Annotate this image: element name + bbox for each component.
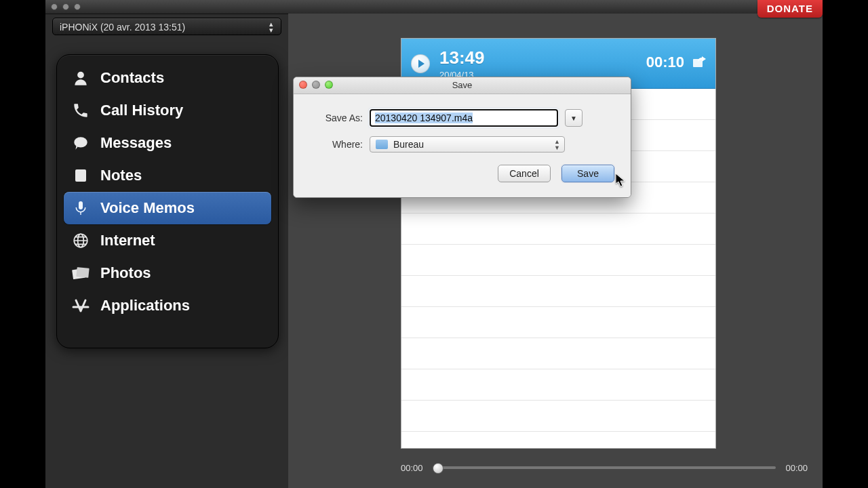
sidebar-item-notes[interactable]: Notes xyxy=(64,159,271,192)
zoom-icon[interactable] xyxy=(325,81,333,89)
where-row: Where: Bureau ▲▼ xyxy=(310,136,614,152)
where-value: Bureau xyxy=(393,139,424,150)
list-item xyxy=(401,214,715,245)
playback-track[interactable] xyxy=(433,466,776,469)
cancel-button[interactable]: Cancel xyxy=(498,165,551,182)
filename-input[interactable] xyxy=(370,109,558,127)
sidebar-item-label: Photos xyxy=(100,264,151,282)
apps-icon xyxy=(71,296,91,316)
playback-elapsed: 00:00 xyxy=(401,463,423,473)
sidebar-item-call-history[interactable]: Call History xyxy=(64,94,271,127)
playback-bar: 00:00 00:00 xyxy=(401,457,808,479)
playback-thumb[interactable] xyxy=(433,463,443,474)
sidebar-item-label: Contacts xyxy=(100,69,164,87)
memo-title: 13:49 xyxy=(439,47,485,68)
sidebar-item-contacts[interactable]: Contacts xyxy=(64,62,271,94)
device-dropdown[interactable]: iPHONiX (20 avr. 2013 13:51) ▴▾ xyxy=(52,18,281,35)
chevron-updown-icon: ▴▾ xyxy=(266,21,277,33)
dialog-traffic-lights[interactable] xyxy=(299,81,333,89)
dialog-body: Save As: ▼ Where: Bureau ▲▼ Cancel Save xyxy=(294,94,631,197)
save-label: Save xyxy=(577,168,599,179)
save-button[interactable]: Save xyxy=(561,165,614,182)
expand-button[interactable]: ▼ xyxy=(565,109,583,127)
save-dialog: Save Save As: ▼ Where: Bureau ▲▼ Cancel … xyxy=(293,77,631,198)
save-as-label: Save As: xyxy=(310,113,363,123)
export-icon[interactable] xyxy=(692,55,707,68)
svg-rect-7 xyxy=(76,267,89,278)
minimize-dot[interactable] xyxy=(62,3,69,10)
sidebar-item-photos[interactable]: Photos xyxy=(64,257,271,289)
list-item xyxy=(401,338,715,369)
window-traffic-lights[interactable] xyxy=(51,3,81,10)
svg-rect-2 xyxy=(75,169,86,182)
minimize-icon xyxy=(312,81,320,89)
svg-rect-3 xyxy=(79,201,83,209)
list-item xyxy=(401,276,715,307)
list-item xyxy=(401,369,715,401)
sidebar-item-label: Notes xyxy=(100,167,142,184)
list-item xyxy=(401,401,715,432)
sidebar-item-internet[interactable]: Internet xyxy=(64,224,271,257)
mic-icon xyxy=(71,198,91,218)
sidebar-item-label: Internet xyxy=(100,232,155,249)
sidebar-item-label: Messages xyxy=(100,134,172,152)
where-label: Where: xyxy=(310,139,363,150)
donate-button[interactable]: DONATE xyxy=(757,0,823,18)
sidebar-item-label: Voice Memos xyxy=(100,199,195,217)
note-icon xyxy=(71,165,91,186)
cancel-label: Cancel xyxy=(509,168,539,179)
chevron-updown-icon: ▲▼ xyxy=(554,139,560,151)
dialog-titlebar: Save xyxy=(294,77,631,94)
svg-point-0 xyxy=(77,72,84,79)
donate-label: DONATE xyxy=(767,3,813,14)
close-icon[interactable] xyxy=(299,81,307,89)
chevron-down-icon: ▼ xyxy=(570,115,577,122)
sidebar-item-label: Call History xyxy=(100,102,183,119)
where-dropdown[interactable]: Bureau ▲▼ xyxy=(370,136,565,152)
chat-icon xyxy=(71,133,91,153)
memo-duration: 00:10 xyxy=(646,54,684,71)
list-item xyxy=(401,245,715,276)
photos-icon xyxy=(71,263,91,283)
svg-rect-8 xyxy=(693,59,703,67)
sidebar-item-voice-memos[interactable]: Voice Memos xyxy=(64,192,271,224)
app-window: iPHONiX (20 avr. 2013 13:51) ▴▾ Contacts… xyxy=(45,0,823,488)
save-as-row: Save As: ▼ xyxy=(310,109,614,127)
sidebar-item-messages[interactable]: Messages xyxy=(64,127,271,159)
phone-icon xyxy=(71,100,91,121)
dialog-title: Save xyxy=(452,80,473,90)
play-icon xyxy=(418,60,425,68)
list-item xyxy=(401,307,715,338)
user-icon xyxy=(71,68,91,88)
app-stage: iPHONiX (20 avr. 2013 13:51) ▴▾ Contacts… xyxy=(0,0,868,488)
sidebar-item-label: Applications xyxy=(100,297,190,314)
window-titlebar xyxy=(45,0,823,14)
folder-icon xyxy=(376,140,388,149)
zoom-dot[interactable] xyxy=(74,3,81,10)
memo-title-block: 13:49 20/04/13 xyxy=(439,47,485,80)
globe-icon xyxy=(71,230,91,251)
device-dropdown-label: iPHONiX (20 avr. 2013 13:51) xyxy=(60,22,185,33)
close-dot[interactable] xyxy=(51,3,58,10)
svg-point-1 xyxy=(74,137,87,147)
sidebar-item-applications[interactable]: Applications xyxy=(64,289,271,322)
dialog-buttons: Cancel Save xyxy=(310,165,614,182)
sidebar: Contacts Call History Messages Notes Voi… xyxy=(56,54,279,348)
playback-total: 00:00 xyxy=(785,463,808,473)
play-button[interactable] xyxy=(411,54,430,73)
